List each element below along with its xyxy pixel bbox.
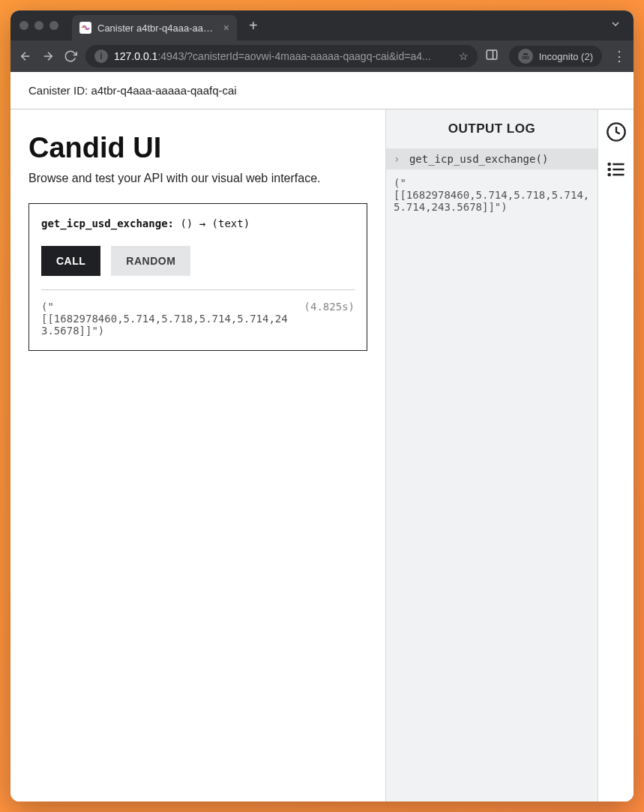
close-tab-icon[interactable]: × <box>223 22 229 34</box>
toolbar: i 127.0.0.1:4943/?canisterId=aovwi-4maaa… <box>10 40 634 72</box>
new-tab-button[interactable]: + <box>237 17 270 34</box>
divider <box>41 289 355 290</box>
side-rail <box>598 109 634 802</box>
toolbar-right: Incognito (2) ⋮ <box>485 46 626 67</box>
button-row: CALL RANDOM <box>41 246 355 276</box>
browser-chrome: Canister a4tbr-q4aaa-aaaaa-q × + i 1 <box>10 10 634 72</box>
forward-button[interactable] <box>40 49 55 63</box>
log-entry-body: (" [[1682978460,5.714,5.718,5.714,5.714,… <box>386 169 598 220</box>
canister-id-bar: Canister ID: a4tbr-q4aaa-aaaaa-qaafq-cai <box>10 72 634 109</box>
svg-point-12 <box>608 174 610 175</box>
random-button[interactable]: RANDOM <box>111 246 190 276</box>
method-sig-rest: () → (text) <box>174 217 250 229</box>
svg-point-5 <box>526 56 529 59</box>
output-log-pane: OUTPUT LOG › get_icp_usd_exchange() (" [… <box>386 109 598 802</box>
result-text: (" [[1682978460,5.714,5.718,5.714,5.714,… <box>41 301 295 337</box>
browser-tab[interactable]: Canister a4tbr-q4aaa-aaaaa-q × <box>72 15 237 40</box>
address-bar[interactable]: i 127.0.0.1:4943/?canisterId=aovwi-4maaa… <box>85 45 478 67</box>
svg-rect-2 <box>487 50 497 59</box>
method-card: get_icp_usd_exchange: () → (text) CALL R… <box>28 203 367 351</box>
incognito-badge[interactable]: Incognito (2) <box>509 46 602 67</box>
reload-button[interactable] <box>63 49 78 63</box>
canister-id-label: Canister ID: <box>28 84 88 97</box>
svg-point-4 <box>523 56 526 59</box>
main-row: Candid UI Browse and test your API with … <box>10 109 634 802</box>
menu-icon[interactable]: ⋮ <box>613 48 626 64</box>
call-button[interactable]: CALL <box>41 246 100 276</box>
right-column: OUTPUT LOG › get_icp_usd_exchange() (" [… <box>385 109 634 802</box>
browser-window: Canister a4tbr-q4aaa-aaaaa-q × + i 1 <box>10 10 634 802</box>
canister-id-value: a4tbr-q4aaa-aaaaa-qaafq-cai <box>91 84 236 97</box>
tab-title: Canister a4tbr-q4aaa-aaaaa-q <box>97 22 217 34</box>
back-button[interactable] <box>18 49 33 63</box>
history-icon[interactable] <box>604 120 628 144</box>
window-controls[interactable] <box>19 21 72 30</box>
panel-icon[interactable] <box>485 48 499 64</box>
favicon-icon <box>79 22 91 34</box>
output-log-title: OUTPUT LOG <box>386 109 598 148</box>
page-title: Candid UI <box>28 132 367 164</box>
url-text: 127.0.0.1:4943/?canisterId=aovwi-4maaa-a… <box>114 50 453 62</box>
tab-strip: Canister a4tbr-q4aaa-aaaaa-q × + <box>10 10 634 40</box>
close-window-icon[interactable] <box>19 21 28 30</box>
result-block: (" [[1682978460,5.714,5.718,5.714,5.714,… <box>41 301 355 337</box>
log-entry-header[interactable]: › get_icp_usd_exchange() <box>386 148 598 169</box>
incognito-label: Incognito (2) <box>539 51 593 62</box>
svg-point-10 <box>608 163 610 165</box>
log-arrow-icon: › <box>394 153 400 165</box>
tabs-menu-icon[interactable] <box>610 18 634 33</box>
page-subtitle: Browse and test your API with our visual… <box>28 172 367 185</box>
svg-point-11 <box>608 169 610 170</box>
site-info-icon[interactable]: i <box>94 49 108 63</box>
method-signature: get_icp_usd_exchange: () → (text) <box>41 217 355 229</box>
method-name: get_icp_usd_exchange: <box>41 217 174 229</box>
maximize-window-icon[interactable] <box>49 21 58 30</box>
incognito-icon <box>518 49 533 64</box>
bookmark-icon[interactable]: ☆ <box>459 50 469 62</box>
url-host: 127.0.0.1 <box>114 50 157 62</box>
page-content: Canister ID: a4tbr-q4aaa-aaaaa-qaafq-cai… <box>10 72 634 802</box>
elapsed-time: (4.825s) <box>304 301 355 337</box>
log-entry-call: get_icp_usd_exchange() <box>409 153 548 165</box>
url-path: :4943/?canisterId=aovwi-4maaa-aaaaa-qaag… <box>157 50 430 62</box>
left-column: Candid UI Browse and test your API with … <box>10 109 385 802</box>
list-icon[interactable] <box>604 157 628 181</box>
minimize-window-icon[interactable] <box>34 21 43 30</box>
